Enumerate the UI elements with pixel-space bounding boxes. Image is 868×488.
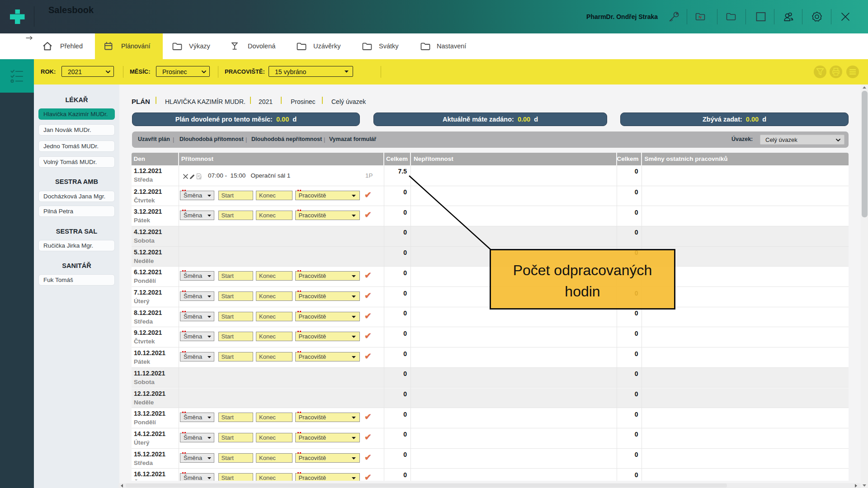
svg-text:N: N [699,15,702,19]
